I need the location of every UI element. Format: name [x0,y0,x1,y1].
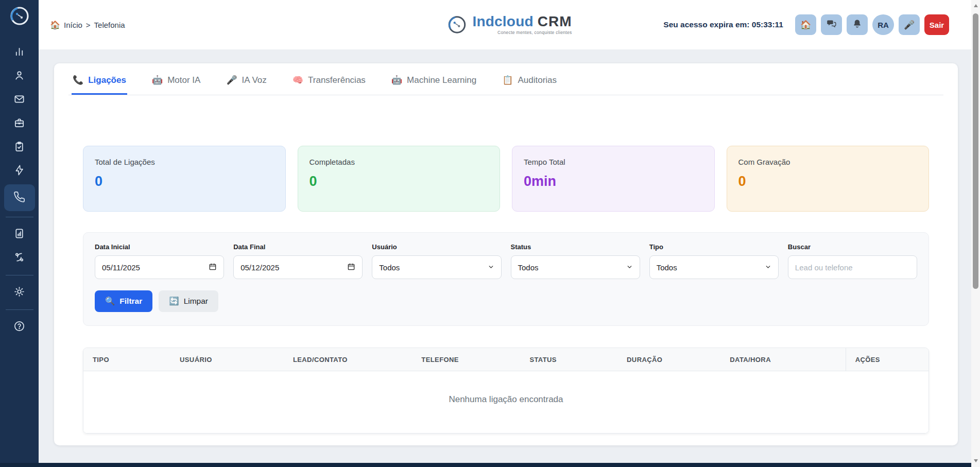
brand-logo: Indcloud CRM Conecte mentes, conquiste c… [446,14,572,35]
scrollbar-thumb[interactable] [973,13,978,289]
search-input[interactable] [788,255,917,279]
field-data-inicial: Data Inicial 05/11/2025 [95,243,224,279]
envelope-icon [13,93,25,107]
stat-value: 0 [310,174,489,189]
col-status: STATUS [520,348,617,371]
clear-button[interactable]: 🔄 Limpar [159,290,218,312]
sidebar-item-help[interactable] [5,317,34,337]
stat-label: Total de Ligações [95,158,274,166]
sidebar-divider [6,275,33,275]
stat-value: 0 [738,174,918,189]
breadcrumb-separator: > [86,21,91,29]
sidebar-item-settings[interactable] [5,282,34,303]
sidebar-item-tasks[interactable] [5,137,34,158]
sidebar-item-email[interactable] [5,90,34,110]
stat-value: 0min [524,174,703,189]
tab-bar: 📞 Ligações 🤖 Motor IA 🎤 IA Voz 🧠 Transfe… [68,63,943,95]
filter-button[interactable]: 🔍 Filtrar [95,290,152,312]
sidebar-divider [6,309,33,310]
app-logo[interactable] [9,5,30,29]
field-usuario: Usuário Todos [372,243,501,279]
chat-button[interactable] [821,14,842,35]
indcloud-logo-icon [9,5,30,27]
tipo-select[interactable]: Todos [649,255,779,279]
breadcrumb[interactable]: 🏠 Início > Telefonia [50,20,125,30]
usuario-select[interactable]: Todos [372,255,501,279]
stat-label: Com Gravação [738,158,918,166]
breadcrumb-current: Telefonia [94,21,125,29]
field-label: Data Final [233,243,363,251]
field-label: Data Inicial [95,243,224,251]
bottom-edge [0,463,971,467]
integrations-icon [13,251,25,265]
tab-motor-ia[interactable]: 🤖 Motor IA [151,75,201,95]
robot-icon: 🤖 [391,75,402,85]
brain-icon: 🧠 [293,75,303,85]
col-acoes: AÇÕES [846,348,929,371]
empty-state-row: Nenhuma ligação encontrada [83,371,929,434]
calendar-icon [347,263,355,272]
data-final-input[interactable]: 05/12/2025 [233,255,363,279]
status-select[interactable]: Todos [511,255,640,279]
bell-icon [852,19,862,31]
field-label: Buscar [788,243,917,251]
field-buscar: Buscar [788,243,917,279]
scroll-up-arrow[interactable] [974,4,978,7]
sidebar [0,0,39,467]
sidebar-item-telephony[interactable] [4,184,35,211]
field-data-final: Data Final 05/12/2025 [233,243,363,279]
date-value: 05/11/2025 [102,263,140,272]
stat-value: 0 [95,174,274,189]
search-icon: 🔍 [105,297,115,306]
empty-state-message: Nenhuma ligação encontrada [83,371,929,434]
vertical-scrollbar[interactable] [971,0,980,467]
sidebar-item-contacts[interactable] [5,66,34,87]
stat-card-completadas: Completadas 0 [298,146,501,212]
chevron-down-icon [626,263,633,272]
microphone-button[interactable]: 🎤 [899,14,920,35]
filter-button-label: Filtrar [119,297,142,306]
col-lead-contato: LEAD/CONTATO [284,348,412,371]
tab-transferencias[interactable]: 🧠 Transferências [291,75,367,95]
phone-icon [13,191,25,205]
clipboard-check-icon [13,141,25,154]
select-value: Todos [518,263,539,272]
stats-row: Total de Ligações 0 Completadas 0 Tempo … [83,146,929,212]
tab-machine-learning[interactable]: 🤖 Machine Learning [390,75,477,95]
select-value: Todos [379,263,400,272]
chat-icon [827,19,836,31]
brand-suffix: CRM [538,14,572,29]
sidebar-item-dashboard[interactable] [5,42,34,63]
telephony-card: 📞 Ligações 🤖 Motor IA 🎤 IA Voz 🧠 Transfe… [54,63,958,445]
stat-card-total-ligacoes: Total de Ligações 0 [83,146,286,212]
scroll-down-arrow[interactable] [974,459,978,462]
calls-table: TIPO USUÁRIO LEAD/CONTATO TELEFONE STATU… [83,348,929,433]
microphone-icon: 🎤 [226,75,237,85]
calls-table-container: TIPO USUÁRIO LEAD/CONTATO TELEFONE STATU… [83,348,929,434]
breadcrumb-home[interactable]: Início [64,21,82,29]
refresh-icon: 🔄 [169,297,179,306]
person-icon [13,70,25,83]
home-icon: 🏠 [50,20,60,30]
avatar[interactable]: RA [872,14,894,35]
logout-button[interactable]: Sair [924,14,949,35]
home-button[interactable]: 🏠 [795,14,816,35]
phone-icon: 📞 [73,75,83,85]
tab-auditorias[interactable]: 📋 Auditorias [501,75,558,95]
tab-ligacoes[interactable]: 📞 Ligações [72,75,127,95]
col-duracao: DURAÇÃO [617,348,720,371]
tab-label: Ligações [88,75,126,85]
tab-ia-voz[interactable]: 🎤 IA Voz [225,75,267,95]
notifications-button[interactable] [847,14,868,35]
sidebar-item-integrations[interactable] [5,248,34,268]
sidebar-item-reports[interactable] [5,224,34,245]
field-label: Usuário [372,243,501,251]
sidebar-item-business[interactable] [5,113,34,134]
sidebar-item-automations[interactable] [5,161,34,181]
main-content: 📞 Ligações 🤖 Motor IA 🎤 IA Voz 🧠 Transfe… [39,49,980,467]
file-chart-icon [13,228,25,241]
home-icon: 🏠 [800,20,811,30]
data-inicial-input[interactable]: 05/11/2025 [95,255,224,279]
select-value: Todos [657,263,677,272]
tab-label: Machine Learning [407,75,476,85]
